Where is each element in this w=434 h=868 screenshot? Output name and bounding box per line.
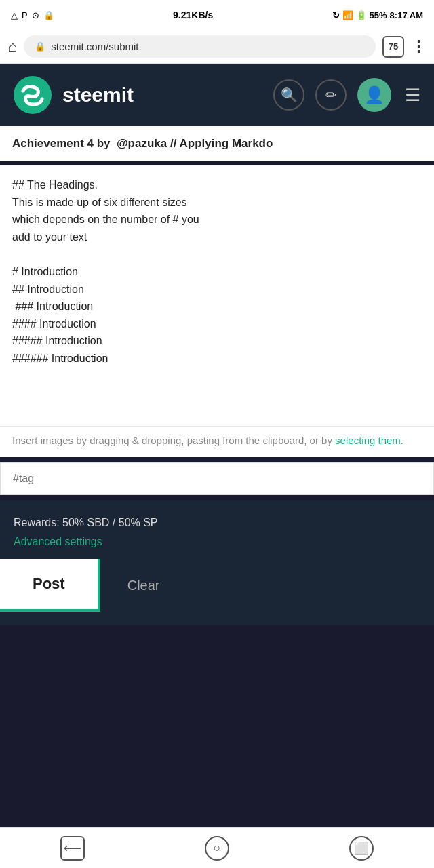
search-button[interactable]: 🔍 bbox=[273, 79, 304, 111]
back-button[interactable]: ⟵ bbox=[60, 836, 85, 861]
browser-menu-icon[interactable]: ⋮ bbox=[411, 38, 426, 56]
brand-name: steemit bbox=[62, 83, 262, 106]
action-buttons: Post Clear bbox=[0, 559, 434, 625]
lock-status-icon: 🔒 bbox=[43, 10, 54, 20]
settings-section: Rewards: 50% SBD / 50% SP Advanced setti… bbox=[0, 500, 434, 559]
editor-section: ## The Headings. This is made up of six … bbox=[0, 165, 434, 457]
edit-button[interactable]: ✏ bbox=[315, 79, 347, 111]
search-icon: 🔍 bbox=[281, 87, 298, 103]
battery-icon: 🔋 bbox=[356, 10, 367, 20]
title-input[interactable] bbox=[12, 137, 422, 151]
select-files-link[interactable]: selecting them. bbox=[335, 435, 403, 446]
home-icon[interactable]: ⌂ bbox=[8, 38, 17, 56]
refresh-icon: ↻ bbox=[332, 10, 340, 20]
editor-hint: Insert images by dragging & dropping, pa… bbox=[0, 426, 434, 457]
browser-bar: ⌂ 🔒 steemit.com/submit. 75 ⋮ bbox=[0, 30, 434, 64]
steemit-logo bbox=[14, 76, 52, 114]
triangle-icon: △ bbox=[11, 10, 18, 20]
clear-button[interactable]: Clear bbox=[100, 559, 187, 612]
signal-icon: 📶 bbox=[342, 10, 353, 20]
recents-icon: ⬜ bbox=[354, 841, 369, 856]
url-text: steemit.com/submit. bbox=[51, 41, 141, 52]
home-nav-icon: ○ bbox=[214, 841, 221, 855]
recents-button[interactable]: ⬜ bbox=[349, 836, 374, 861]
post-button[interactable]: Post bbox=[0, 559, 100, 612]
home-nav-button[interactable]: ○ bbox=[205, 836, 229, 861]
p-icon: P bbox=[22, 10, 28, 20]
record-icon: ⊙ bbox=[32, 10, 39, 20]
rewards-text: Rewards: 50% SBD / 50% SP bbox=[14, 517, 420, 529]
back-icon: ⟵ bbox=[64, 841, 81, 856]
content-editor[interactable]: ## The Headings. This is made up of six … bbox=[0, 165, 434, 423]
address-bar[interactable]: 🔒 steemit.com/submit. bbox=[24, 35, 376, 58]
tag-section bbox=[0, 462, 434, 495]
tag-input[interactable] bbox=[13, 473, 421, 485]
time: 8:17 AM bbox=[390, 10, 423, 20]
tab-count[interactable]: 75 bbox=[382, 36, 404, 58]
title-section bbox=[0, 126, 434, 161]
status-left-icons: △ P ⊙ 🔒 bbox=[11, 10, 54, 20]
app-header: steemit 🔍 ✏ 👤 ☰ bbox=[0, 64, 434, 126]
hamburger-menu-icon[interactable]: ☰ bbox=[405, 85, 420, 106]
battery-percent: 55% bbox=[370, 10, 387, 20]
network-speed: 9.21KB/s bbox=[173, 9, 213, 20]
status-right: ↻ 📶 🔋 55% 8:17 AM bbox=[332, 10, 423, 20]
bottom-nav: ⟵ ○ ⬜ bbox=[0, 827, 434, 868]
hint-text: Insert images by dragging & dropping, pa… bbox=[12, 435, 335, 446]
advanced-settings-link[interactable]: Advanced settings bbox=[14, 536, 102, 547]
status-bar: △ P ⊙ 🔒 9.21KB/s ↻ 📶 🔋 55% 8:17 AM bbox=[0, 0, 434, 30]
avatar[interactable]: 👤 bbox=[357, 78, 391, 112]
edit-icon: ✏ bbox=[326, 87, 337, 103]
lock-icon: 🔒 bbox=[35, 41, 45, 52]
